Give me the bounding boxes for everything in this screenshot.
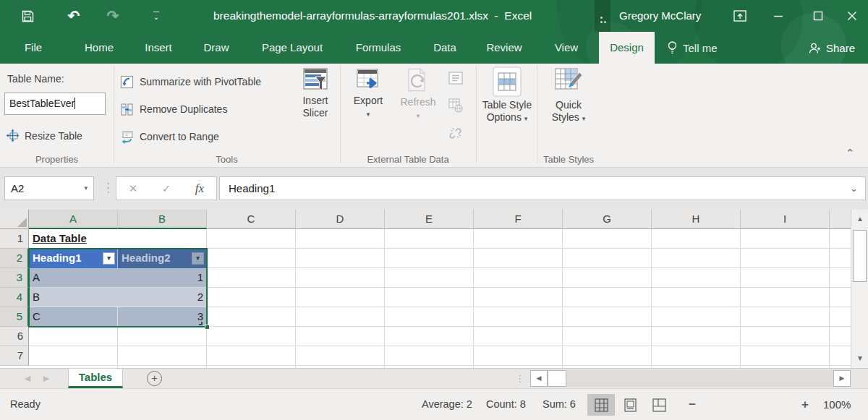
tab-view[interactable]: View (547, 32, 586, 64)
column-header-g[interactable]: G (563, 210, 652, 229)
remove-duplicates-button[interactable]: Remove Duplicates (120, 101, 227, 117)
column-header-a[interactable]: A (29, 210, 118, 229)
row-header-2[interactable]: 2 (0, 249, 29, 268)
expand-formula-bar-button[interactable]: ⌄ (850, 177, 858, 200)
row-header-5[interactable]: 5 (0, 307, 29, 327)
scroll-left-button[interactable]: ◀ (530, 370, 548, 387)
tab-data[interactable]: Data (425, 32, 464, 64)
convert-to-range-button[interactable]: Convert to Range (120, 129, 219, 145)
vertical-scrollbar-thumb[interactable] (853, 230, 867, 282)
tab-bar-resize-handle[interactable]: ⋮ (515, 369, 524, 388)
status-sum[interactable]: Sum: 6 (542, 389, 576, 420)
resize-table-button[interactable]: Resize Table (6, 129, 82, 142)
table-name-input[interactable]: BestTableEver (4, 93, 106, 115)
filter-dropdown-button[interactable]: ▾ (103, 252, 115, 265)
tab-file[interactable]: File (17, 32, 49, 64)
name-box[interactable]: A2 ▾ (4, 176, 94, 200)
chevron-down-icon[interactable]: ▾ (84, 177, 88, 200)
insert-slicer-button[interactable]: Insert Slicer (293, 68, 338, 119)
account-strip[interactable] (595, 0, 610, 32)
tab-review[interactable]: Review (482, 32, 527, 64)
save-button[interactable] (14, 0, 41, 32)
minimize-button[interactable] (762, 0, 794, 32)
enter-button[interactable]: ✓ (150, 182, 183, 195)
status-average[interactable]: Average: 2 (422, 389, 472, 420)
tab-formulas[interactable]: Formulas (350, 32, 407, 64)
customize-quick-access-button[interactable]: ⌄ (143, 0, 169, 32)
row-header-3[interactable]: 3 (0, 268, 29, 288)
column-header-d[interactable]: D (296, 210, 385, 229)
refresh-button-disabled[interactable]: Refresh ▾ (395, 68, 441, 120)
row-header-6[interactable]: 6 (0, 327, 29, 346)
tab-insert[interactable]: Insert (137, 32, 179, 64)
column-header-e[interactable]: E (385, 210, 474, 229)
page-layout-view-button[interactable] (616, 394, 644, 416)
unlink-button-disabled[interactable] (447, 124, 464, 142)
column-header-partial[interactable] (830, 210, 851, 229)
excel-table[interactable]: Heading1 ▾ Heading2 ▾ A 1 B 2 C 3 (29, 249, 207, 327)
cell-a4[interactable]: B (29, 288, 118, 307)
table-style-options-button[interactable]: Table Style Options ▾ (477, 67, 537, 125)
insert-function-button[interactable]: fx (183, 181, 216, 196)
signed-in-user[interactable]: Gregory McClary (619, 0, 701, 32)
ribbon-display-options-button[interactable] (723, 0, 756, 32)
status-count[interactable]: Count: 8 (486, 389, 526, 420)
vertical-scrollbar[interactable]: ▲ ▼ (851, 210, 868, 368)
cell-a3[interactable]: A (29, 268, 118, 288)
cell-a1[interactable]: Data Table (29, 229, 118, 249)
scroll-right-button[interactable]: ▶ (833, 370, 851, 387)
row-header-1[interactable]: 1 (0, 229, 29, 249)
table-resize-handle[interactable] (199, 322, 203, 325)
scroll-up-button[interactable]: ▲ (851, 210, 868, 228)
scroll-down-button[interactable]: ▼ (851, 349, 868, 368)
column-header-f[interactable]: F (474, 210, 563, 229)
zoom-out-button[interactable]: − (689, 389, 696, 420)
data-range-properties-button-disabled[interactable] (447, 69, 464, 87)
zoom-level[interactable]: 100% (823, 389, 851, 420)
next-sheet-button[interactable]: ▶ (39, 369, 54, 388)
formula-bar-resize-handle[interactable]: ⋮ (102, 178, 114, 198)
export-button[interactable]: Export ▾ (347, 68, 389, 119)
row-header-4[interactable]: 4 (0, 288, 29, 307)
cell-a5[interactable]: C (29, 307, 118, 327)
triangle-left-icon: ◀ (25, 374, 30, 382)
open-in-browser-button-disabled[interactable] (447, 97, 464, 114)
row-header-7[interactable]: 7 (0, 346, 29, 366)
redo-button[interactable]: ↷ (100, 0, 126, 32)
column-header-c[interactable]: C (207, 210, 296, 229)
horizontal-scrollbar[interactable]: ◀ ▶ (530, 370, 851, 387)
page-break-preview-button[interactable] (645, 394, 673, 416)
collapse-ribbon-button[interactable]: ⌃ (842, 146, 858, 160)
zoom-in-button[interactable]: + (801, 389, 809, 420)
tell-me-box[interactable]: Tell me (667, 32, 718, 64)
column-header-h[interactable]: H (652, 210, 741, 229)
column-header-b[interactable]: B (118, 210, 207, 229)
cell-b3[interactable]: 1 (118, 268, 207, 288)
new-sheet-button[interactable]: + (147, 371, 162, 386)
quick-styles-button[interactable]: Quick Styles ▾ (541, 67, 596, 125)
maximize-button[interactable] (801, 0, 834, 32)
previous-sheet-button[interactable]: ◀ (20, 369, 35, 388)
cell-b4[interactable]: 2 (118, 288, 207, 307)
normal-view-button[interactable] (587, 394, 615, 416)
fill-handle[interactable] (205, 325, 210, 330)
tab-design-active[interactable]: Design (599, 32, 655, 64)
sheet-tab-tables[interactable]: Tables (68, 369, 123, 388)
close-button[interactable] (835, 0, 868, 32)
tab-home[interactable]: Home (77, 32, 122, 64)
horizontal-scrollbar-thumb[interactable] (548, 370, 566, 387)
cancel-button[interactable]: ✕ (116, 182, 150, 195)
tab-page-layout[interactable]: Page Layout (253, 32, 331, 64)
cell-b5[interactable]: 3 (118, 307, 207, 327)
cell-b2[interactable]: Heading2 ▾ (118, 249, 207, 268)
undo-button[interactable]: ↶ (61, 0, 87, 32)
cell-a2-active[interactable]: Heading1 ▾ (29, 249, 118, 268)
worksheet-grid[interactable]: A B C D E F G H I 1 2 3 4 5 6 7 Data Tab… (0, 210, 851, 368)
column-header-i[interactable]: I (741, 210, 830, 229)
select-all-button[interactable] (0, 210, 29, 229)
share-button[interactable]: Share (801, 32, 862, 64)
summarize-with-pivottable-button[interactable]: Summarize with PivotTable (120, 74, 261, 90)
formula-input[interactable]: Heading1 ⌄ (219, 176, 866, 200)
filter-dropdown-button[interactable]: ▾ (192, 252, 204, 265)
tab-draw[interactable]: Draw (197, 32, 236, 64)
